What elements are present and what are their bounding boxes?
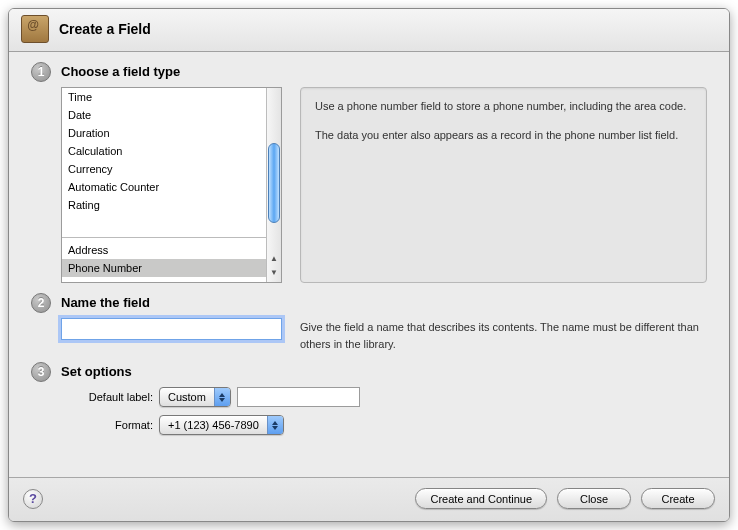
desc-line-1: Use a phone number field to store a phon… (315, 98, 692, 115)
field-type-list[interactable]: TimeDateDurationCalculationCurrencyAutom… (61, 87, 282, 283)
step-badge-3: 3 (31, 362, 51, 382)
scroll-thumb[interactable] (268, 143, 280, 223)
chevrons-icon (214, 388, 230, 406)
field-name-input[interactable] (61, 318, 282, 340)
step-badge-1: 1 (31, 62, 51, 82)
format-value: +1 (123) 456-7890 (160, 419, 267, 431)
scroll-down-icon[interactable]: ▼ (267, 268, 281, 282)
format-label: Format: (61, 419, 153, 431)
dialog-title: Create a Field (59, 21, 151, 37)
step3-title: Set options (61, 364, 707, 379)
step-2: 2 Name the field Give the field a name t… (31, 293, 707, 352)
default-label-label: Default label: (61, 391, 153, 403)
default-label-value: Custom (160, 391, 214, 403)
dialog-header: Create a Field (9, 9, 729, 52)
name-hint: Give the field a name that describes its… (300, 318, 707, 352)
address-book-icon (21, 15, 49, 43)
dialog-footer: ? Create and Continue Close Create (9, 477, 729, 521)
list-item[interactable]: Date (62, 106, 266, 124)
list-divider (62, 237, 266, 238)
step1-title: Choose a field type (61, 64, 707, 79)
close-button[interactable]: Close (557, 488, 631, 509)
field-type-description: Use a phone number field to store a phon… (300, 87, 707, 283)
desc-line-2: The data you enter also appears as a rec… (315, 127, 692, 144)
step2-title: Name the field (61, 295, 707, 310)
list-item[interactable]: Automatic Counter (62, 178, 266, 196)
chevrons-icon (267, 416, 283, 434)
help-button[interactable]: ? (23, 489, 43, 509)
list-item[interactable]: Address (62, 241, 266, 259)
format-popup[interactable]: +1 (123) 456-7890 (159, 415, 284, 435)
list-item[interactable]: Duration (62, 124, 266, 142)
create-and-continue-button[interactable]: Create and Continue (415, 488, 547, 509)
list-item[interactable]: Time (62, 88, 266, 106)
default-label-text-input[interactable] (237, 387, 360, 407)
create-button[interactable]: Create (641, 488, 715, 509)
scroll-up-icon[interactable]: ▲ (267, 254, 281, 268)
step-3: 3 Set options Default label: Custom Form… (31, 362, 707, 443)
default-label-popup[interactable]: Custom (159, 387, 231, 407)
list-item[interactable]: Phone Number (62, 259, 266, 277)
list-item[interactable]: Calculation (62, 142, 266, 160)
step-badge-2: 2 (31, 293, 51, 313)
create-field-dialog: Create a Field 1 Choose a field type Tim… (8, 8, 730, 522)
dialog-body: 1 Choose a field type TimeDateDurationCa… (9, 52, 729, 477)
list-item[interactable]: Rating (62, 196, 266, 214)
list-item[interactable]: Currency (62, 160, 266, 178)
scrollbar[interactable]: ▲ ▼ (266, 88, 281, 282)
step-1: 1 Choose a field type TimeDateDurationCa… (31, 62, 707, 283)
